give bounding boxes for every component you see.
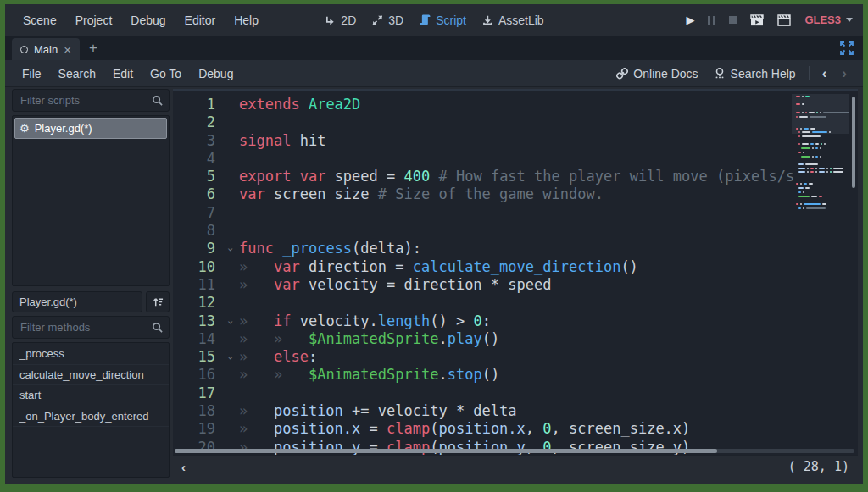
minimap-line-segment <box>830 171 832 173</box>
horizontal-scrollbar[interactable] <box>175 449 717 453</box>
code-line[interactable]: 19» position.x = clamp(position.x, 0, sc… <box>173 420 858 438</box>
script-menu-file[interactable]: File <box>14 67 50 80</box>
search-help-button[interactable]: Search Help <box>706 67 804 80</box>
minimap-line-segment <box>807 171 809 173</box>
menu-project[interactable]: Project <box>66 14 122 27</box>
method-item-on-player-body-entered[interactable]: _on_Player_body_entered <box>13 406 169 428</box>
code-line[interactable]: 9›func _process(delta): <box>173 240 858 257</box>
code-line[interactable]: 11» var velocity = direction * speed <box>173 276 858 294</box>
workspace-script-button[interactable]: Script <box>411 14 474 27</box>
scene-node-icon <box>20 46 28 53</box>
script-item-label: Player.gd(*) <box>35 122 92 135</box>
sort-methods-button[interactable] <box>146 291 170 312</box>
minimap-line-segment <box>809 112 815 113</box>
method-item-calculate-move-direction[interactable]: calculate_move_direction <box>13 365 169 386</box>
code-line[interactable]: 3signal hit <box>173 132 858 150</box>
workspace-assetlib-button[interactable]: AssetLib <box>474 14 552 27</box>
tab-indent-icon: » <box>239 366 274 383</box>
history-forward-button[interactable]: › <box>834 65 854 82</box>
fold-icon[interactable]: › <box>222 240 239 257</box>
line-number: 4 <box>173 150 222 168</box>
minimap-line-segment <box>833 171 843 173</box>
minimap-line-segment <box>830 168 832 169</box>
token: direction = <box>300 258 413 275</box>
vertical-scrollbar[interactable] <box>852 97 855 188</box>
minimap-line-segment <box>798 207 801 209</box>
history-back-button[interactable]: ‹ <box>815 65 835 82</box>
token: hit <box>291 132 326 149</box>
tab-indent-icon: » <box>239 276 274 293</box>
filter-scripts-input[interactable] <box>19 93 152 108</box>
token: 0 <box>542 420 551 437</box>
stop-button[interactable] <box>729 16 737 24</box>
line-number: 17 <box>173 384 222 402</box>
minimap-line-segment <box>798 152 801 153</box>
fold-icon[interactable]: › <box>222 312 239 330</box>
code-line[interactable]: 1extends Area2D <box>173 96 858 113</box>
menu-editor[interactable]: Editor <box>175 14 225 27</box>
video-driver-label: GLES3 <box>804 14 841 26</box>
code-line[interactable]: 14» » $AnimatedSprite.play() <box>173 330 858 348</box>
workspace-2d-label: 2D <box>341 14 356 27</box>
code-line[interactable]: 13›» if velocity.length() > 0: <box>173 312 858 330</box>
code-line[interactable]: 10» var direction = calculate_move_direc… <box>173 258 858 276</box>
workspace-3d-button[interactable]: 3D <box>364 14 411 27</box>
close-icon[interactable]: × <box>64 43 71 56</box>
minimap[interactable] <box>794 94 847 221</box>
code-editor[interactable]: 1extends Area2D23signal hit45export var … <box>173 89 858 478</box>
online-docs-button[interactable]: Online Docs <box>609 67 705 80</box>
code-line[interactable]: 8 <box>173 222 858 240</box>
token: stop <box>448 366 482 383</box>
code-lines[interactable]: 1extends Area2D23signal hit45export var … <box>173 91 858 456</box>
code-line[interactable]: 12 <box>173 294 858 312</box>
code-line[interactable]: 6var screen_size # Size of the game wind… <box>173 185 858 203</box>
code-line[interactable]: 17 <box>173 384 858 402</box>
token: (delta): <box>352 240 421 257</box>
code-text: var screen_size # Size of the game windo… <box>239 185 858 203</box>
filter-methods-input[interactable] <box>19 320 152 334</box>
line-number: 5 <box>173 168 222 185</box>
script-menu-goto[interactable]: Go To <box>142 67 190 80</box>
fold-spacer <box>222 294 239 312</box>
script-list-item-player[interactable]: ⚙ Player.gd(*) <box>14 118 167 139</box>
code-line[interactable]: 18» position += velocity * delta <box>173 402 858 420</box>
code-line[interactable]: 16» » $AnimatedSprite.stop() <box>173 366 858 384</box>
distraction-free-mode-button[interactable] <box>840 41 854 55</box>
minimap-line-segment <box>796 128 798 130</box>
minimap-line-segment <box>798 168 805 169</box>
menu-scene[interactable]: Scene <box>14 14 66 27</box>
script-menu-debug[interactable]: Debug <box>190 67 242 80</box>
scene-tab-main[interactable]: Main × <box>12 38 80 60</box>
play-button[interactable]: ▶ <box>686 14 694 26</box>
token: if <box>274 312 291 329</box>
filter-methods-field[interactable] <box>12 316 170 339</box>
video-driver-select[interactable]: GLES3 <box>804 14 853 26</box>
method-item-start[interactable]: start <box>13 385 169 406</box>
menu-debug[interactable]: Debug <box>121 14 175 27</box>
code-line[interactable]: 15›» else: <box>173 348 858 366</box>
code-line[interactable]: 5export var speed = 400 # How fast the p… <box>173 168 858 185</box>
code-line[interactable]: 7 <box>173 204 858 222</box>
play-scene-button[interactable] <box>750 14 764 26</box>
play-custom-scene-button[interactable] <box>777 14 791 26</box>
pause-button[interactable] <box>708 16 715 25</box>
2d-icon <box>324 14 336 26</box>
token: () <box>482 330 499 347</box>
code-line[interactable]: 2 <box>173 113 858 131</box>
code-text: » position += velocity * delta <box>239 402 858 420</box>
filter-scripts-field[interactable] <box>12 89 170 112</box>
code-text: export var speed = 400 # How fast the pl… <box>239 168 858 185</box>
fold-icon[interactable]: › <box>222 348 239 366</box>
method-item-process[interactable]: _process <box>13 344 169 365</box>
menu-help[interactable]: Help <box>225 14 268 27</box>
toggle-scripts-panel-button[interactable]: ‹ <box>181 460 186 474</box>
token: . <box>438 366 447 383</box>
code-line[interactable]: 4 <box>173 150 858 168</box>
minimap-line-segment <box>819 171 826 173</box>
workspace-2d-button[interactable]: 2D <box>316 14 364 27</box>
script-menu-search[interactable]: Search <box>50 67 104 80</box>
add-scene-tab-button[interactable]: + <box>80 40 107 57</box>
minimap-line-segment <box>815 168 817 169</box>
code-text <box>239 222 858 240</box>
script-menu-edit[interactable]: Edit <box>104 67 142 80</box>
